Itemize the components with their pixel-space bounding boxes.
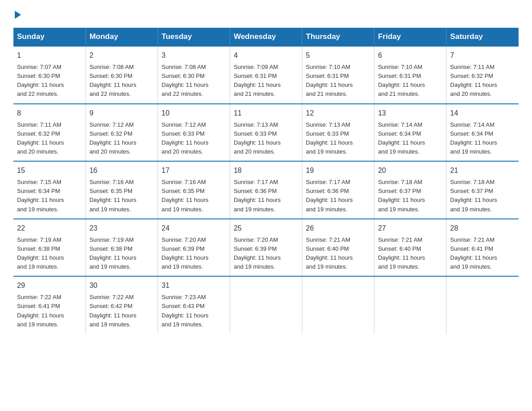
day-info: Sunrise: 7:09 AMSunset: 6:31 PMDaylight:… (234, 63, 298, 99)
day-number: 29 (17, 280, 82, 291)
day-cell: 1Sunrise: 7:07 AMSunset: 6:30 PMDaylight… (13, 46, 86, 104)
day-cell: 21Sunrise: 7:18 AMSunset: 6:37 PMDayligh… (446, 161, 519, 219)
day-cell: 22Sunrise: 7:19 AMSunset: 6:38 PMDayligh… (13, 219, 86, 277)
header-cell-saturday: Saturday (446, 28, 519, 46)
day-cell (230, 276, 302, 334)
day-info: Sunrise: 7:23 AMSunset: 6:43 PMDaylight:… (162, 293, 226, 329)
day-cell: 19Sunrise: 7:17 AMSunset: 6:36 PMDayligh… (302, 161, 374, 219)
day-number: 28 (450, 223, 515, 234)
day-cell: 24Sunrise: 7:20 AMSunset: 6:39 PMDayligh… (158, 219, 230, 277)
day-info: Sunrise: 7:21 AMSunset: 6:40 PMDaylight:… (306, 235, 370, 272)
day-number: 19 (306, 165, 370, 176)
day-number: 2 (90, 50, 154, 61)
logo-triangle-icon (15, 11, 21, 19)
day-number: 21 (450, 165, 515, 176)
header-cell-tuesday: Tuesday (158, 28, 230, 46)
header-cell-thursday: Thursday (302, 28, 374, 46)
day-info: Sunrise: 7:11 AMSunset: 6:32 PMDaylight:… (17, 120, 82, 157)
day-info: Sunrise: 7:19 AMSunset: 6:38 PMDaylight:… (17, 235, 82, 272)
day-info: Sunrise: 7:12 AMSunset: 6:33 PMDaylight:… (162, 120, 226, 157)
day-cell: 25Sunrise: 7:20 AMSunset: 6:39 PMDayligh… (230, 219, 302, 277)
day-cell: 13Sunrise: 7:14 AMSunset: 6:34 PMDayligh… (374, 104, 446, 162)
day-info: Sunrise: 7:12 AMSunset: 6:32 PMDaylight:… (90, 120, 154, 157)
day-number: 11 (234, 108, 298, 119)
day-number: 3 (162, 50, 226, 61)
day-number: 17 (162, 165, 226, 176)
day-number: 18 (234, 165, 298, 176)
day-cell: 16Sunrise: 7:16 AMSunset: 6:35 PMDayligh… (86, 161, 158, 219)
calendar-table: SundayMondayTuesdayWednesdayThursdayFrid… (13, 28, 519, 334)
day-cell: 20Sunrise: 7:18 AMSunset: 6:37 PMDayligh… (374, 161, 446, 219)
day-number: 6 (378, 50, 442, 61)
day-info: Sunrise: 7:08 AMSunset: 6:30 PMDaylight:… (162, 63, 226, 99)
day-info: Sunrise: 7:14 AMSunset: 6:34 PMDaylight:… (450, 120, 515, 157)
day-number: 26 (306, 223, 370, 234)
day-cell: 10Sunrise: 7:12 AMSunset: 6:33 PMDayligh… (158, 104, 230, 162)
header-cell-wednesday: Wednesday (230, 28, 302, 46)
day-cell: 9Sunrise: 7:12 AMSunset: 6:32 PMDaylight… (86, 104, 158, 162)
calendar-header: SundayMondayTuesdayWednesdayThursdayFrid… (13, 28, 519, 46)
day-cell (446, 276, 519, 334)
day-info: Sunrise: 7:11 AMSunset: 6:32 PMDaylight:… (450, 63, 515, 99)
day-info: Sunrise: 7:08 AMSunset: 6:30 PMDaylight:… (90, 63, 154, 99)
day-info: Sunrise: 7:18 AMSunset: 6:37 PMDaylight:… (450, 178, 515, 214)
day-cell: 29Sunrise: 7:22 AMSunset: 6:41 PMDayligh… (13, 276, 86, 334)
day-info: Sunrise: 7:17 AMSunset: 6:36 PMDaylight:… (306, 178, 370, 214)
day-number: 8 (17, 108, 82, 119)
day-info: Sunrise: 7:15 AMSunset: 6:34 PMDaylight:… (17, 178, 82, 214)
day-number: 9 (90, 108, 154, 119)
day-info: Sunrise: 7:20 AMSunset: 6:39 PMDaylight:… (234, 235, 298, 272)
day-number: 15 (17, 165, 82, 176)
header-cell-sunday: Sunday (13, 28, 86, 46)
day-info: Sunrise: 7:21 AMSunset: 6:40 PMDaylight:… (378, 235, 442, 272)
day-number: 4 (234, 50, 298, 61)
day-info: Sunrise: 7:16 AMSunset: 6:35 PMDaylight:… (90, 178, 154, 214)
day-number: 10 (162, 108, 226, 119)
day-number: 16 (90, 165, 154, 176)
day-info: Sunrise: 7:13 AMSunset: 6:33 PMDaylight:… (234, 120, 298, 157)
day-info: Sunrise: 7:22 AMSunset: 6:41 PMDaylight:… (17, 293, 82, 329)
day-cell: 4Sunrise: 7:09 AMSunset: 6:31 PMDaylight… (230, 46, 302, 104)
day-number: 20 (378, 165, 442, 176)
day-cell (374, 276, 446, 334)
day-cell: 31Sunrise: 7:23 AMSunset: 6:43 PMDayligh… (158, 276, 230, 334)
day-cell: 27Sunrise: 7:21 AMSunset: 6:40 PMDayligh… (374, 219, 446, 277)
day-cell: 15Sunrise: 7:15 AMSunset: 6:34 PMDayligh… (13, 161, 86, 219)
day-cell: 11Sunrise: 7:13 AMSunset: 6:33 PMDayligh… (230, 104, 302, 162)
day-info: Sunrise: 7:20 AMSunset: 6:39 PMDaylight:… (162, 235, 226, 272)
day-number: 27 (378, 223, 442, 234)
week-row-3: 15Sunrise: 7:15 AMSunset: 6:34 PMDayligh… (13, 161, 519, 219)
header-cell-monday: Monday (86, 28, 158, 46)
day-cell: 3Sunrise: 7:08 AMSunset: 6:30 PMDaylight… (158, 46, 230, 104)
day-info: Sunrise: 7:16 AMSunset: 6:35 PMDaylight:… (162, 178, 226, 214)
day-info: Sunrise: 7:10 AMSunset: 6:31 PMDaylight:… (306, 63, 370, 99)
day-number: 7 (450, 50, 515, 61)
day-cell: 17Sunrise: 7:16 AMSunset: 6:35 PMDayligh… (158, 161, 230, 219)
day-info: Sunrise: 7:07 AMSunset: 6:30 PMDaylight:… (17, 63, 82, 99)
week-row-1: 1Sunrise: 7:07 AMSunset: 6:30 PMDaylight… (13, 46, 519, 104)
day-info: Sunrise: 7:19 AMSunset: 6:38 PMDaylight:… (90, 235, 154, 272)
day-number: 30 (90, 280, 154, 291)
day-info: Sunrise: 7:10 AMSunset: 6:31 PMDaylight:… (378, 63, 442, 99)
day-number: 5 (306, 50, 370, 61)
day-info: Sunrise: 7:13 AMSunset: 6:33 PMDaylight:… (306, 120, 370, 157)
day-number: 23 (90, 223, 154, 234)
day-cell: 5Sunrise: 7:10 AMSunset: 6:31 PMDaylight… (302, 46, 374, 104)
day-info: Sunrise: 7:22 AMSunset: 6:42 PMDaylight:… (90, 293, 154, 329)
day-number: 22 (17, 223, 82, 234)
calendar-body: 1Sunrise: 7:07 AMSunset: 6:30 PMDaylight… (13, 46, 519, 334)
header-cell-friday: Friday (374, 28, 446, 46)
day-cell: 12Sunrise: 7:13 AMSunset: 6:33 PMDayligh… (302, 104, 374, 162)
day-info: Sunrise: 7:17 AMSunset: 6:36 PMDaylight:… (234, 178, 298, 214)
day-number: 24 (162, 223, 226, 234)
day-number: 14 (450, 108, 515, 119)
page-header (13, 9, 519, 19)
day-cell: 18Sunrise: 7:17 AMSunset: 6:36 PMDayligh… (230, 161, 302, 219)
day-number: 25 (234, 223, 298, 234)
day-number: 31 (162, 280, 226, 291)
day-info: Sunrise: 7:14 AMSunset: 6:34 PMDaylight:… (378, 120, 442, 157)
day-cell: 6Sunrise: 7:10 AMSunset: 6:31 PMDaylight… (374, 46, 446, 104)
day-cell: 8Sunrise: 7:11 AMSunset: 6:32 PMDaylight… (13, 104, 86, 162)
day-cell: 28Sunrise: 7:21 AMSunset: 6:41 PMDayligh… (446, 219, 519, 277)
day-number: 12 (306, 108, 370, 119)
